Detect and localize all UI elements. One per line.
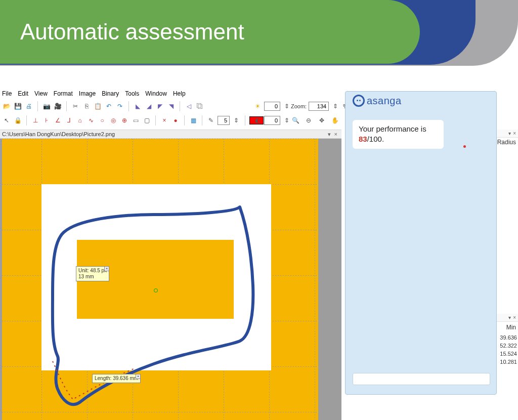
roundrect-tool-icon[interactable]: ▢ [142,116,151,125]
menu-view[interactable]: View [34,90,48,97]
polygon-tool-icon[interactable]: ⌂ [75,116,84,125]
separator [66,101,67,111]
chevron-down-icon[interactable]: ▾ [508,131,511,136]
assistant-input[interactable] [353,373,490,385]
wand-icon[interactable]: ✎ [206,116,215,125]
close-icon[interactable]: × [513,131,516,136]
rotate-l-icon[interactable]: ◤ [155,102,164,111]
brightness-icon[interactable]: ☀ [253,102,262,111]
ribbon-layer-green: Automatic assessment [0,0,420,64]
separator [245,115,245,125]
zoom-group: Zoom: ⇕ % [291,100,348,112]
rect-tool-icon[interactable]: ▭ [131,116,140,125]
menu-format[interactable]: Format [54,90,73,97]
pointer-icon[interactable]: ↖ [2,116,11,125]
table-row: 39.636 [496,334,517,342]
menu-edit[interactable]: Edit [18,90,28,97]
image-canvas[interactable]: Unit: 48.5 px 13 mm × Length: 39.636 mm … [2,139,318,420]
menu-help[interactable]: Help [173,90,186,97]
assistant-panel: asanga Your performance is 83/100. [345,91,497,395]
cut-icon[interactable]: ✂ [71,102,80,111]
copy-icon[interactable]: ⎘ [82,102,91,111]
table-row: 10.281 [496,358,517,366]
zoom-label: Zoom: [291,103,307,109]
measurement-tooltip-length[interactable]: Length: 39.636 mm × [92,374,141,383]
separator [184,115,185,125]
open-icon[interactable]: 📂 [2,102,11,111]
path-bar-controls[interactable]: ▾ × [328,131,338,138]
print-icon[interactable]: 🖨 [24,102,33,111]
delete-icon[interactable]: × [160,116,169,125]
notification-dot-icon [463,145,466,148]
assistant-brand: asanga [367,95,402,107]
paste-icon[interactable]: 📋 [93,102,102,111]
separator [202,115,202,125]
pan-icon[interactable]: ✥ [317,116,326,125]
record-dot-icon[interactable]: ● [171,116,180,125]
hand-icon[interactable]: ✋ [330,116,339,125]
mirror-icon[interactable]: ◁ [184,102,193,111]
circle-tool-icon[interactable]: ○ [98,116,107,125]
close-icon[interactable]: × [136,374,141,379]
menu-bar: File Edit View Format Image Binary Tools… [2,90,186,97]
column-min: Min [506,324,516,331]
rotate-r-icon[interactable]: ◥ [166,102,176,111]
flip-v-icon[interactable]: ◢ [144,102,153,111]
zoom-tools: 🔍 ⊖ ✥ ✋ [291,114,339,127]
zoom-in-icon[interactable]: 🔍 [291,116,300,125]
crop-icon[interactable]: ⿻ [195,102,204,111]
ellipse-tool-icon[interactable]: ◎ [109,116,118,125]
msg-score: 83 [359,135,367,143]
point-tool-icon[interactable]: ⊥ [31,116,40,125]
contrast-group: ◐ ⇕ [253,114,291,127]
flip-h-icon[interactable]: ◣ [133,102,142,111]
redo-icon[interactable]: ↷ [115,102,124,111]
menu-image[interactable]: Image [79,90,96,97]
grid-line [2,412,318,412]
menu-window[interactable]: Window [145,90,167,97]
camera-icon[interactable]: 📷 [42,102,51,111]
save-icon[interactable]: 💾 [13,102,22,111]
min-values: 39.636 52.322 15.524 10.281 [496,334,517,366]
menu-binary[interactable]: Binary [102,90,119,97]
target-tool-icon[interactable]: ⊕ [120,116,129,125]
angle-tool-icon[interactable]: ∠ [53,116,62,125]
close-icon[interactable]: × [104,266,109,271]
separator [37,101,38,111]
menu-tools[interactable]: Tools [125,90,139,97]
panel-header-min: ▾ × [497,314,518,322]
stepper-icon[interactable]: ⇕ [282,102,291,111]
stepper-icon[interactable]: ⇕ [331,102,340,111]
table-row: 52.322 [496,342,517,350]
lock-icon[interactable]: 🔒 [13,116,22,125]
canvas-viewport: Unit: 48.5 px 13 mm × Length: 39.636 mm … [0,139,341,420]
file-path-bar: C:\Users\Han DongKun\Desktop\Picture2.pn… [0,130,341,139]
record-icon[interactable]: 🎥 [53,102,62,111]
assistant-message: Your performance is 83/100. [353,120,444,149]
slide-header: Automatic assessment [0,0,518,76]
tooltip-line-2: 13 mm [78,274,107,280]
zoom-out-icon[interactable]: ⊖ [304,116,313,125]
stepper-icon[interactable]: ⇕ [282,116,291,125]
brightness-value[interactable] [264,102,280,111]
contrast-icon[interactable]: ◐ [253,116,262,125]
contrast-value[interactable] [264,116,280,125]
chevron-down-icon[interactable]: ▾ [508,315,511,320]
stepper-icon[interactable]: ⇕ [232,116,241,125]
polyline-tool-icon[interactable]: ⅃ [64,116,73,125]
separator [180,101,180,111]
msg-prefix: Your performance is [359,124,426,133]
center-marker [154,288,158,292]
file-path: C:\Users\Han DongKun\Desktop\Picture2.pn… [2,131,115,137]
size-value[interactable] [218,116,230,125]
zoom-value[interactable] [309,102,329,111]
spline-tool-icon[interactable]: ∿ [87,116,96,125]
assistant-logo: asanga [353,95,402,107]
measurement-tooltip-unit[interactable]: Unit: 48.5 px 13 mm × [76,266,109,281]
close-icon[interactable]: × [513,315,516,320]
assistant-face-icon [353,95,365,107]
line-tool-icon[interactable]: ⊦ [42,116,51,125]
undo-icon[interactable]: ↶ [104,102,113,111]
grid-icon[interactable]: ▦ [189,116,198,125]
menu-file[interactable]: File [2,90,12,97]
